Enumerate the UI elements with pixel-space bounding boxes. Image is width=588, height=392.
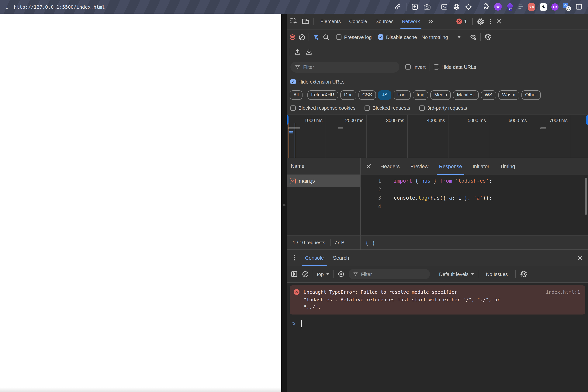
chip-font[interactable]: Font bbox=[393, 90, 410, 100]
vertical-scrollbar[interactable] bbox=[584, 178, 587, 215]
export-har-icon[interactable] bbox=[305, 48, 313, 56]
settings-gear-icon[interactable] bbox=[476, 17, 484, 26]
screenshot-camera-icon[interactable] bbox=[423, 3, 431, 10]
hide-data-urls-label: Hide data URLs bbox=[441, 64, 476, 70]
error-text-line: Uncaught TypeError: Failed to resolve mo… bbox=[304, 288, 581, 296]
chip-manifest[interactable]: Manifest bbox=[453, 90, 479, 100]
close-drawer-icon[interactable] bbox=[577, 255, 583, 261]
disable-cache-checkbox[interactable]: ✓ Disable cache bbox=[378, 34, 417, 40]
tab-preview[interactable]: Preview bbox=[405, 158, 434, 175]
chip-fetch-xhr[interactable]: Fetch/XHR bbox=[307, 90, 338, 100]
throttling-dropdown[interactable]: No throttling bbox=[421, 34, 460, 40]
toolbar-separator bbox=[333, 33, 333, 41]
network-settings-gear-icon[interactable] bbox=[483, 33, 492, 41]
console-prompt[interactable] bbox=[287, 320, 588, 328]
chip-other[interactable]: Other bbox=[521, 90, 541, 100]
tab-network[interactable]: Network bbox=[398, 14, 424, 29]
h-extension-icon[interactable]: H. bbox=[539, 3, 547, 10]
lr-extension-icon[interactable]: LR bbox=[551, 3, 558, 10]
requests-table: Name <> main.js bbox=[287, 158, 361, 235]
close-devtools-icon[interactable] bbox=[496, 18, 502, 24]
error-count-badge[interactable]: 1 bbox=[457, 18, 467, 24]
live-expression-eye-icon[interactable] bbox=[337, 270, 345, 278]
photo-extension-icon[interactable] bbox=[411, 3, 419, 10]
chip-ws[interactable]: WS bbox=[481, 90, 496, 100]
console-filter-input[interactable] bbox=[361, 271, 425, 277]
record-network-log-button[interactable] bbox=[290, 34, 295, 40]
kebab-menu-icon[interactable] bbox=[490, 19, 491, 24]
search-icon[interactable] bbox=[323, 34, 330, 41]
tab-initiator[interactable]: Initiator bbox=[467, 158, 495, 175]
split-view-icon[interactable] bbox=[575, 3, 583, 10]
url-text[interactable]: http://127.0.0.1:5500/index.html bbox=[14, 4, 105, 10]
toolbar-separator bbox=[478, 270, 478, 278]
rendered-page-viewport[interactable] bbox=[0, 14, 281, 392]
drawer-tab-console[interactable]: Console bbox=[301, 250, 328, 266]
issues-counter[interactable]: No Issues bbox=[482, 271, 512, 277]
drawer-kebab-menu-icon[interactable] bbox=[294, 255, 295, 260]
console-settings-gear-icon[interactable] bbox=[519, 270, 528, 278]
link-icon[interactable] bbox=[394, 3, 402, 10]
response-code-viewer[interactable]: 1 import { has } from 'lodash-es'; 2 3 c… bbox=[361, 175, 588, 235]
tab-timing[interactable]: Timing bbox=[495, 158, 520, 175]
context-selector-dropdown[interactable]: top bbox=[317, 271, 329, 277]
chip-wasm[interactable]: Wasm bbox=[498, 90, 519, 100]
inspect-element-icon[interactable] bbox=[290, 18, 298, 25]
chip-doc[interactable]: Doc bbox=[340, 90, 356, 100]
device-toolbar-icon[interactable] bbox=[301, 18, 310, 25]
clear-network-log-icon[interactable] bbox=[298, 34, 306, 41]
clear-console-icon[interactable] bbox=[302, 270, 309, 278]
terminal-extension-icon[interactable] bbox=[440, 3, 448, 10]
network-overview-timeline[interactable]: 1000 ms 2000 ms 3000 ms 4000 ms 5000 ms … bbox=[287, 115, 588, 158]
preserve-log-checkbox[interactable]: Preserve log bbox=[336, 34, 372, 40]
close-details-icon[interactable] bbox=[366, 164, 371, 169]
request-row-mainjs[interactable]: <> main.js bbox=[287, 175, 360, 187]
pretty-print-button[interactable]: { } bbox=[365, 240, 376, 246]
google-translate-extension-icon[interactable]: G 文 bbox=[563, 3, 570, 10]
timeline-gridline bbox=[448, 115, 448, 158]
chip-css[interactable]: CSS bbox=[359, 90, 376, 100]
info-icon[interactable]: i bbox=[6, 4, 8, 10]
code-extension-icon[interactable]: <> bbox=[494, 3, 502, 10]
drawer-tab-search[interactable]: Search bbox=[328, 250, 354, 266]
overview-right-handle[interactable] bbox=[586, 115, 588, 125]
timeline-tick-label: 7000 ms bbox=[549, 118, 569, 123]
import-har-icon[interactable] bbox=[294, 48, 301, 56]
hide-extension-urls-checkbox[interactable]: ✓ Hide extension URLs bbox=[290, 79, 344, 84]
chip-all[interactable]: All bbox=[290, 90, 303, 100]
extensions-puzzle-icon[interactable] bbox=[482, 3, 490, 11]
blocked-requests-checkbox[interactable]: Blocked requests bbox=[364, 105, 410, 111]
globe-icon[interactable] bbox=[453, 3, 460, 10]
network-conditions-icon[interactable] bbox=[469, 33, 477, 41]
checkbox-checked: ✓ bbox=[378, 34, 383, 40]
hide-data-urls-checkbox[interactable]: Hide data URLs bbox=[433, 64, 476, 70]
console-error-message[interactable]: index.html:1 Uncaught TypeError: Failed … bbox=[290, 286, 585, 314]
filter-funnel-icon[interactable] bbox=[312, 33, 320, 41]
tab-sources[interactable]: Sources bbox=[371, 14, 398, 29]
devtools-resize-divider[interactable] bbox=[281, 14, 287, 392]
log-levels-value: Default levels bbox=[439, 271, 468, 277]
tab-elements[interactable]: Elements bbox=[316, 14, 345, 29]
translate-red-extension-icon[interactable]: 文A bbox=[528, 3, 535, 10]
chip-js[interactable]: JS bbox=[378, 90, 391, 100]
tab-response[interactable]: Response bbox=[434, 158, 467, 175]
name-column-header[interactable]: Name bbox=[287, 158, 360, 175]
console-sidebar-icon[interactable] bbox=[290, 270, 298, 278]
tab-console[interactable]: Console bbox=[345, 14, 371, 29]
overview-left-handle[interactable] bbox=[287, 115, 289, 125]
list-extension-icon[interactable] bbox=[518, 4, 523, 9]
more-tabs-icon[interactable] bbox=[427, 18, 434, 24]
chip-img[interactable]: Img bbox=[413, 90, 428, 100]
tab-headers[interactable]: Headers bbox=[375, 158, 405, 175]
network-filter-input[interactable] bbox=[303, 64, 395, 70]
crosshair-icon[interactable] bbox=[465, 3, 472, 10]
error-source-link[interactable]: index.html:1 bbox=[546, 288, 580, 296]
third-party-requests-checkbox[interactable]: 3rd-party requests bbox=[419, 105, 467, 111]
checkbox-checked: ✓ bbox=[290, 79, 296, 84]
invert-checkbox[interactable]: Invert bbox=[405, 64, 426, 70]
calendar-extension-icon[interactable]: 27 bbox=[506, 3, 514, 10]
blocked-response-cookies-checkbox[interactable]: Blocked response cookies bbox=[290, 105, 355, 111]
log-levels-dropdown[interactable]: Default levels bbox=[439, 271, 474, 277]
chip-media[interactable]: Media bbox=[430, 90, 451, 100]
browser-toolbar-icons: <> 27 文A H. LR G 文 bbox=[394, 3, 588, 11]
